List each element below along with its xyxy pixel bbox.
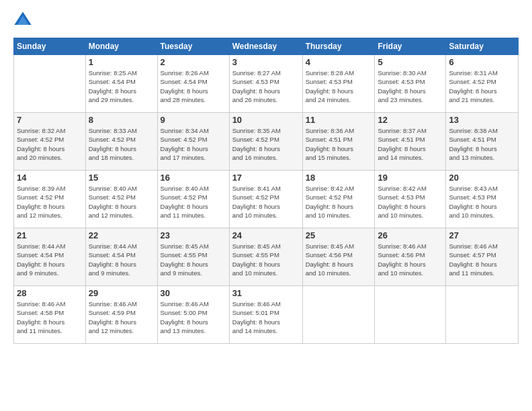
calendar-cell: 22Sunrise: 8:44 AM Sunset: 4:54 PM Dayli… (85, 228, 157, 286)
calendar-table: SundayMondayTuesdayWednesdayThursdayFrid… (13, 38, 519, 344)
day-info: Sunrise: 8:39 AM Sunset: 4:52 PM Dayligh… (17, 184, 83, 220)
calendar-cell: 28Sunrise: 8:46 AM Sunset: 4:58 PM Dayli… (14, 286, 86, 344)
weekday-header: Tuesday (157, 38, 229, 55)
logo (13, 11, 34, 30)
day-number: 27 (449, 230, 515, 240)
calendar-cell: 30Sunrise: 8:46 AM Sunset: 5:00 PM Dayli… (157, 286, 229, 344)
calendar-cell (302, 286, 375, 344)
calendar-week-row: 7Sunrise: 8:32 AM Sunset: 4:52 PM Daylig… (14, 113, 519, 171)
day-info: Sunrise: 8:46 AM Sunset: 4:58 PM Dayligh… (17, 300, 83, 335)
calendar-cell: 14Sunrise: 8:39 AM Sunset: 4:52 PM Dayli… (14, 171, 86, 228)
weekday-header: Monday (85, 38, 157, 55)
day-number: 12 (378, 115, 443, 125)
day-number: 30 (161, 288, 226, 298)
calendar-cell: 29Sunrise: 8:46 AM Sunset: 4:59 PM Dayli… (85, 286, 157, 344)
calendar-cell: 2Sunrise: 8:26 AM Sunset: 4:54 PM Daylig… (157, 55, 229, 113)
day-number: 3 (232, 57, 300, 67)
day-info: Sunrise: 8:32 AM Sunset: 4:52 PM Dayligh… (17, 126, 83, 162)
day-number: 7 (17, 115, 83, 125)
day-info: Sunrise: 8:31 AM Sunset: 4:52 PM Dayligh… (449, 68, 515, 104)
day-number: 13 (449, 115, 515, 125)
day-info: Sunrise: 8:46 AM Sunset: 5:01 PM Dayligh… (232, 300, 300, 335)
calendar-cell: 9Sunrise: 8:34 AM Sunset: 4:52 PM Daylig… (157, 113, 229, 171)
calendar-cell: 17Sunrise: 8:41 AM Sunset: 4:52 PM Dayli… (229, 171, 302, 228)
day-number: 22 (89, 230, 154, 240)
day-number: 1 (89, 57, 154, 67)
calendar-cell (375, 286, 446, 344)
day-number: 23 (161, 230, 226, 240)
day-number: 4 (306, 57, 372, 67)
day-info: Sunrise: 8:46 AM Sunset: 5:00 PM Dayligh… (161, 300, 226, 335)
day-number: 16 (161, 173, 226, 183)
day-number: 15 (89, 173, 154, 183)
day-number: 25 (306, 230, 372, 240)
day-number: 26 (378, 230, 443, 240)
day-number: 10 (232, 115, 300, 125)
day-info: Sunrise: 8:46 AM Sunset: 4:57 PM Dayligh… (449, 242, 515, 277)
calendar-cell: 15Sunrise: 8:40 AM Sunset: 4:52 PM Dayli… (85, 171, 157, 228)
calendar-cell: 4Sunrise: 8:28 AM Sunset: 4:53 PM Daylig… (302, 55, 375, 113)
day-number: 19 (378, 173, 443, 183)
day-info: Sunrise: 8:38 AM Sunset: 4:51 PM Dayligh… (449, 126, 515, 162)
day-info: Sunrise: 8:45 AM Sunset: 4:56 PM Dayligh… (306, 242, 372, 277)
calendar-week-row: 1Sunrise: 8:25 AM Sunset: 4:54 PM Daylig… (14, 55, 519, 113)
calendar-cell: 18Sunrise: 8:42 AM Sunset: 4:52 PM Dayli… (302, 171, 375, 228)
day-number: 5 (378, 57, 443, 67)
day-info: Sunrise: 8:45 AM Sunset: 4:55 PM Dayligh… (161, 242, 226, 277)
calendar-cell: 13Sunrise: 8:38 AM Sunset: 4:51 PM Dayli… (446, 113, 519, 171)
calendar-cell: 19Sunrise: 8:42 AM Sunset: 4:53 PM Dayli… (375, 171, 446, 228)
day-info: Sunrise: 8:46 AM Sunset: 4:59 PM Dayligh… (89, 300, 154, 335)
day-number: 18 (306, 173, 372, 183)
day-info: Sunrise: 8:45 AM Sunset: 4:55 PM Dayligh… (232, 242, 300, 277)
day-info: Sunrise: 8:33 AM Sunset: 4:52 PM Dayligh… (89, 126, 154, 162)
day-info: Sunrise: 8:46 AM Sunset: 4:56 PM Dayligh… (378, 242, 443, 277)
calendar-cell (14, 55, 86, 113)
day-info: Sunrise: 8:36 AM Sunset: 4:51 PM Dayligh… (306, 126, 372, 162)
weekday-header: Sunday (14, 38, 86, 55)
day-number: 6 (449, 57, 515, 67)
weekday-header: Wednesday (229, 38, 302, 55)
calendar-cell: 1Sunrise: 8:25 AM Sunset: 4:54 PM Daylig… (85, 55, 157, 113)
day-number: 24 (232, 230, 300, 240)
header (13, 11, 519, 30)
calendar-cell: 7Sunrise: 8:32 AM Sunset: 4:52 PM Daylig… (14, 113, 86, 171)
day-info: Sunrise: 8:40 AM Sunset: 4:52 PM Dayligh… (161, 184, 226, 220)
day-info: Sunrise: 8:42 AM Sunset: 4:52 PM Dayligh… (306, 184, 372, 220)
day-info: Sunrise: 8:25 AM Sunset: 4:54 PM Dayligh… (89, 68, 154, 104)
day-info: Sunrise: 8:41 AM Sunset: 4:52 PM Dayligh… (232, 184, 300, 220)
day-number: 9 (161, 115, 226, 125)
calendar-cell: 25Sunrise: 8:45 AM Sunset: 4:56 PM Dayli… (302, 228, 375, 286)
calendar-cell: 11Sunrise: 8:36 AM Sunset: 4:51 PM Dayli… (302, 113, 375, 171)
calendar-cell: 26Sunrise: 8:46 AM Sunset: 4:56 PM Dayli… (375, 228, 446, 286)
day-number: 2 (161, 57, 226, 67)
day-number: 8 (89, 115, 154, 125)
day-number: 11 (306, 115, 372, 125)
calendar-week-row: 21Sunrise: 8:44 AM Sunset: 4:54 PM Dayli… (14, 228, 519, 286)
calendar-cell: 27Sunrise: 8:46 AM Sunset: 4:57 PM Dayli… (446, 228, 519, 286)
weekday-header: Friday (375, 38, 446, 55)
calendar-cell: 5Sunrise: 8:30 AM Sunset: 4:53 PM Daylig… (375, 55, 446, 113)
calendar-cell: 24Sunrise: 8:45 AM Sunset: 4:55 PM Dayli… (229, 228, 302, 286)
page: SundayMondayTuesdayWednesdayThursdayFrid… (0, 0, 532, 411)
logo-icon (13, 11, 32, 30)
day-info: Sunrise: 8:40 AM Sunset: 4:52 PM Dayligh… (89, 184, 154, 220)
calendar-cell: 31Sunrise: 8:46 AM Sunset: 5:01 PM Dayli… (229, 286, 302, 344)
calendar-cell: 23Sunrise: 8:45 AM Sunset: 4:55 PM Dayli… (157, 228, 229, 286)
day-number: 21 (17, 230, 83, 240)
day-info: Sunrise: 8:34 AM Sunset: 4:52 PM Dayligh… (161, 126, 226, 162)
day-info: Sunrise: 8:37 AM Sunset: 4:51 PM Dayligh… (378, 126, 443, 162)
calendar-week-row: 14Sunrise: 8:39 AM Sunset: 4:52 PM Dayli… (14, 171, 519, 228)
calendar-cell: 21Sunrise: 8:44 AM Sunset: 4:54 PM Dayli… (14, 228, 86, 286)
calendar-cell (446, 286, 519, 344)
day-number: 17 (232, 173, 300, 183)
day-number: 20 (449, 173, 515, 183)
day-info: Sunrise: 8:44 AM Sunset: 4:54 PM Dayligh… (17, 242, 83, 277)
day-info: Sunrise: 8:26 AM Sunset: 4:54 PM Dayligh… (161, 68, 226, 104)
calendar-cell: 3Sunrise: 8:27 AM Sunset: 4:53 PM Daylig… (229, 55, 302, 113)
calendar-cell: 20Sunrise: 8:43 AM Sunset: 4:53 PM Dayli… (446, 171, 519, 228)
day-info: Sunrise: 8:28 AM Sunset: 4:53 PM Dayligh… (306, 68, 372, 104)
day-info: Sunrise: 8:30 AM Sunset: 4:53 PM Dayligh… (378, 68, 443, 104)
calendar-week-row: 28Sunrise: 8:46 AM Sunset: 4:58 PM Dayli… (14, 286, 519, 344)
weekday-header: Thursday (302, 38, 375, 55)
calendar-cell: 10Sunrise: 8:35 AM Sunset: 4:52 PM Dayli… (229, 113, 302, 171)
